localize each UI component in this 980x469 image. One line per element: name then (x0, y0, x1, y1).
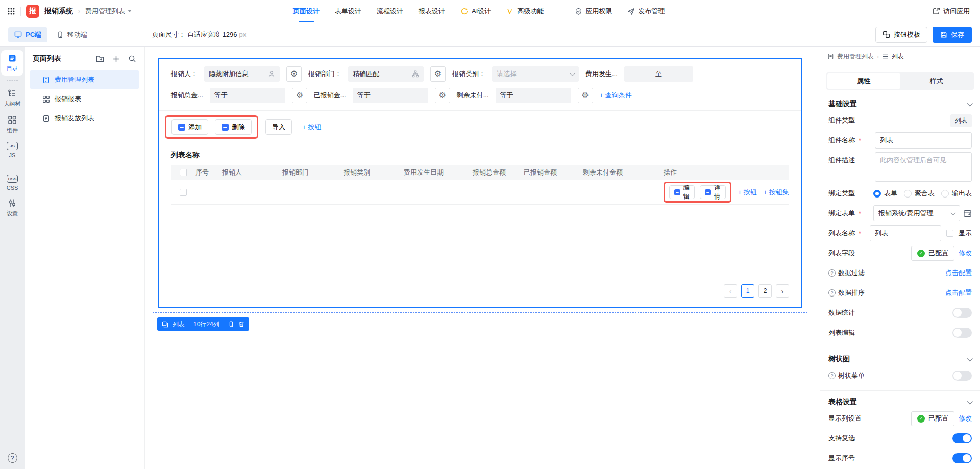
row-add-button-group-link[interactable]: + 按钮集 (764, 188, 789, 197)
rail-item-js[interactable]: JS (1, 138, 23, 161)
list-component-selected[interactable]: 报销人： 隐藏附加信息 报销部门： 精确匹配 报销类别： 请选择 (158, 58, 802, 308)
prev-page-button[interactable] (724, 284, 737, 298)
collapse-chevron-icon[interactable] (967, 399, 972, 404)
category-filter-select[interactable]: 请选择 (492, 66, 579, 82)
delete-button[interactable]: 删除 (215, 119, 252, 135)
rail-item-catalog[interactable]: 目录 (1, 50, 23, 76)
tab-flow-design[interactable]: 流程设计 (377, 0, 403, 22)
col-header-category: 报销类别 (344, 168, 404, 177)
gear-icon[interactable] (578, 88, 593, 103)
question-icon (828, 289, 836, 297)
page-item-grant-list[interactable]: 报销发放列表 (30, 109, 139, 128)
search-icon[interactable] (128, 55, 136, 63)
collapse-chevron-icon[interactable] (967, 356, 972, 361)
configure-data-sort-link[interactable]: 点击配置 (945, 288, 972, 298)
page-item-expense-list[interactable]: 费用管理列表 (30, 70, 139, 89)
current-page-name: 费用管理列表 (85, 7, 125, 16)
configured-chip[interactable]: 已配置 (911, 246, 954, 261)
apps-grid-icon[interactable] (7, 7, 15, 15)
save-button[interactable]: 保存 (933, 27, 972, 43)
show-index-toggle[interactable] (952, 453, 972, 463)
divider (20, 7, 21, 16)
tab-report-design[interactable]: 报表设计 (419, 0, 445, 22)
add-folder-icon[interactable] (96, 55, 104, 63)
show-list-name-checkbox[interactable] (946, 230, 953, 237)
app-logo: 报 (26, 5, 39, 18)
component-tag[interactable]: 列表 10行24列 (157, 317, 249, 331)
prop-list-name: 列表名称* 显示 (828, 225, 972, 241)
component-tag-title: 列表 (173, 320, 185, 329)
tab-publish-management[interactable]: 发布管理 (627, 0, 665, 22)
tab-app-permissions[interactable]: 应用权限 (575, 0, 612, 22)
design-canvas[interactable]: 报销人： 隐藏附加信息 报销部门： 精确匹配 报销类别： 请选择 (145, 47, 820, 469)
tree-menu-toggle[interactable] (952, 371, 972, 381)
sliders-icon (8, 199, 17, 208)
rail-item-outline-tree[interactable]: 大纲树 (1, 85, 23, 111)
page-size-setting[interactable]: 页面尺寸： 自适应宽度 1296 px (152, 30, 246, 39)
component-name-input[interactable] (875, 132, 972, 149)
row-add-button-link[interactable]: + 按钮 (738, 188, 757, 197)
rail-item-components[interactable]: 组件 (1, 112, 23, 137)
tab-form-design[interactable]: 表单设计 (335, 0, 361, 22)
gear-icon[interactable] (292, 88, 307, 103)
unpaid-amount-filter-input[interactable]: 等于 (496, 88, 571, 103)
prop-component-type: 组件类型 列表 (828, 112, 972, 129)
visit-app-button[interactable]: 访问应用 (933, 0, 970, 22)
breadcrumb-root[interactable]: 费用管理列表 (837, 52, 874, 61)
collapse-chevron-icon[interactable] (967, 101, 972, 106)
row-actions-cell: 编辑 详情 + 按钮 + 按钮集 (664, 182, 789, 203)
radio-output-table[interactable]: 输出表 (941, 189, 972, 198)
mobile-mode-toggle[interactable]: 移动端 (57, 30, 87, 39)
help-button[interactable] (8, 453, 17, 463)
radio-aggregate-table[interactable]: 聚合表 (904, 189, 935, 198)
page-item-report[interactable]: 报销报表 (30, 90, 139, 108)
reimbursed-amount-filter-input[interactable]: 等于 (353, 88, 428, 103)
add-query-condition-link[interactable]: + 查询条件 (600, 91, 632, 100)
list-name-input[interactable] (870, 225, 941, 241)
tab-advanced-features[interactable]: 高级功能 (506, 0, 544, 22)
total-amount-filter-input[interactable]: 等于 (210, 88, 285, 103)
expense-date-range-input[interactable]: 至 (624, 66, 693, 82)
tab-style[interactable]: 样式 (900, 73, 973, 89)
select-all-checkbox[interactable] (180, 169, 187, 176)
modify-list-fields-link[interactable]: 修改 (959, 249, 972, 258)
gear-icon[interactable] (286, 66, 302, 82)
gear-icon[interactable] (430, 66, 446, 82)
add-page-icon[interactable] (112, 55, 120, 63)
reimburser-filter-input[interactable]: 隐藏附加信息 (204, 66, 280, 82)
pc-mode-toggle[interactable]: PC端 (8, 27, 47, 42)
add-button[interactable]: 添加 (172, 119, 208, 135)
add-button-link[interactable]: + 按钮 (302, 122, 321, 132)
mobile-icon[interactable] (228, 321, 234, 327)
radio-form[interactable]: 表单 (873, 189, 897, 198)
tab-ai-design[interactable]: AI设计 (460, 0, 491, 22)
open-form-icon[interactable] (963, 209, 972, 218)
multi-select-toggle[interactable] (952, 433, 972, 443)
bind-form-select[interactable]: 报销系统/费用管理 (873, 205, 960, 221)
configure-data-filter-link[interactable]: 点击配置 (945, 268, 972, 278)
rail-item-settings[interactable]: 设置 (1, 195, 23, 220)
page-number-1[interactable]: 1 (741, 284, 754, 298)
current-page-switcher[interactable]: 费用管理列表 (85, 7, 132, 16)
edit-button[interactable]: 编辑 (669, 185, 695, 199)
section-basic-settings: 基础设置 (828, 100, 972, 109)
page-number-2[interactable]: 2 (758, 284, 772, 298)
gear-icon[interactable] (435, 88, 450, 103)
tab-properties[interactable]: 属性 (827, 73, 900, 89)
list-edit-toggle[interactable] (952, 328, 972, 338)
component-desc-textarea[interactable] (875, 152, 972, 182)
import-button[interactable]: 导入 (265, 119, 292, 135)
next-page-button[interactable] (776, 284, 789, 298)
department-filter-input[interactable]: 精确匹配 (348, 66, 424, 82)
row-checkbox[interactable] (180, 189, 187, 196)
trash-icon[interactable] (238, 321, 244, 327)
prop-data-filter: 数据过滤 点击配置 (828, 265, 972, 281)
button-template-button[interactable]: 按钮模板 (875, 27, 927, 43)
configured-chip[interactable]: 已配置 (911, 411, 954, 426)
detail-button[interactable]: 详情 (700, 185, 725, 199)
rail-item-css[interactable]: CSS (1, 171, 23, 194)
tab-page-design[interactable]: 页面设计 (293, 0, 320, 22)
inspector-breadcrumb: 费用管理列表 › 列表 (820, 47, 980, 66)
modify-display-columns-link[interactable]: 修改 (959, 414, 972, 423)
data-stats-toggle[interactable] (952, 308, 972, 318)
